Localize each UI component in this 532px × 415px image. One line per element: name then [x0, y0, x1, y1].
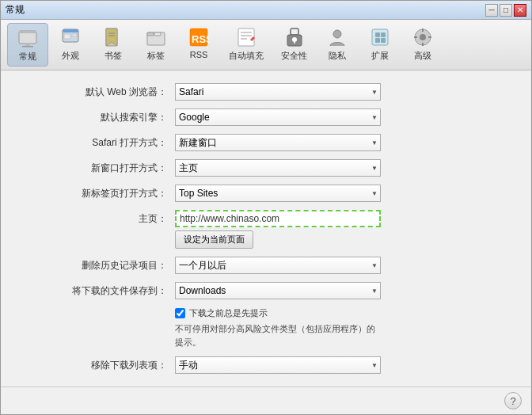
general-icon	[17, 27, 39, 49]
open-mode-select-container: 新建窗口	[175, 134, 381, 151]
prompt-checkbox[interactable]	[175, 308, 185, 318]
search-select[interactable]: Google	[175, 109, 381, 126]
homepage-section: 主页： 设定为当前页面	[17, 210, 515, 249]
svg-rect-34	[422, 43, 424, 46]
toolbar-item-advanced[interactable]: 高级	[402, 23, 443, 67]
newwin-select[interactable]: 主页	[175, 159, 381, 177]
remove-select[interactable]: 手动	[175, 356, 381, 374]
svg-rect-35	[414, 36, 417, 38]
homepage-right: 设定为当前页面	[175, 210, 515, 249]
search-row: 默认搜索引擎： Google	[17, 109, 515, 126]
footer: ?	[1, 386, 531, 414]
downloads-select-wrapper: Downloads	[175, 282, 381, 299]
toolbar-label-general: 常规	[19, 51, 36, 63]
remove-select-wrapper: 手动	[175, 356, 381, 374]
privacy-icon	[326, 26, 348, 48]
close-button[interactable]: ✕	[514, 4, 526, 17]
newtab-select-container: Top Sites	[175, 185, 381, 202]
toolbar-item-bookmarks[interactable]: 书签	[93, 23, 134, 67]
main-window: 常规 ─ □ ✕ 常规	[0, 0, 532, 415]
rss-icon: RSS	[188, 26, 210, 48]
svg-rect-27	[375, 32, 380, 37]
svg-rect-21	[291, 29, 298, 35]
downloads-select-container: Downloads	[175, 282, 381, 299]
prompt-checkbox-row: 下载之前总是先提示	[175, 307, 381, 319]
remove-row: 移除下载列表项： 手动	[17, 356, 515, 374]
svg-rect-3	[22, 46, 33, 48]
toolbar-item-extensions[interactable]: 扩展	[359, 23, 401, 67]
window-title: 常规	[6, 3, 25, 17]
svg-rect-17	[238, 29, 254, 46]
toolbar-item-autofill[interactable]: 自动填充	[221, 23, 272, 67]
bookmarks-icon	[102, 26, 124, 48]
open-mode-select-wrapper: 新建窗口	[175, 134, 381, 151]
svg-rect-36	[428, 36, 431, 38]
history-row: 删除历史记录项目： 一个月以后	[17, 257, 515, 274]
svg-rect-33	[422, 29, 424, 32]
toolbar-label-rss: RSS	[190, 50, 208, 59]
remove-select-container: 手动	[175, 356, 381, 374]
toolbar-label-security: 安全性	[281, 50, 307, 62]
extensions-icon	[369, 26, 391, 48]
newtab-label: 新标签页打开方式：	[17, 187, 175, 200]
toolbar-label-appearance: 外观	[62, 50, 79, 62]
browser-select-container: Safari	[175, 83, 381, 101]
homepage-input[interactable]	[175, 210, 381, 227]
settings-content: 默认 Web 浏览器： Safari 默认搜索引擎： Google	[1, 70, 531, 386]
checkbox-section: 下载之前总是先提示 不可停用对部分高风险文件类型（包括应用程序）的提示。	[17, 307, 515, 348]
homepage-label: 主页：	[17, 210, 175, 226]
newwin-select-wrapper: 主页	[175, 159, 381, 177]
search-label: 默认搜索引擎：	[17, 111, 175, 124]
svg-rect-29	[375, 38, 380, 43]
open-mode-select[interactable]: 新建窗口	[175, 134, 381, 151]
browser-select-wrapper: Safari	[175, 83, 381, 101]
download-note: 不可停用对部分高风险文件类型（包括应用程序）的提示。	[175, 322, 381, 348]
set-current-page-button[interactable]: 设定为当前页面	[175, 230, 253, 249]
downloads-select[interactable]: Downloads	[175, 282, 381, 299]
toolbar-item-tabs[interactable]: 标签	[135, 23, 177, 67]
svg-rect-7	[72, 34, 77, 36]
browser-label: 默认 Web 浏览器：	[17, 86, 175, 99]
toolbar-label-autofill: 自动填充	[229, 50, 264, 62]
newtab-select[interactable]: Top Sites	[175, 185, 381, 202]
prompt-checkbox-label[interactable]: 下载之前总是先提示	[189, 307, 268, 319]
checkbox-area: 下载之前总是先提示 不可停用对部分高风险文件类型（包括应用程序）的提示。	[175, 307, 381, 348]
toolbar-item-general[interactable]: 常规	[7, 23, 48, 67]
minimize-button[interactable]: ─	[485, 4, 498, 17]
toolbar-item-appearance[interactable]: 外观	[50, 23, 91, 67]
svg-rect-28	[381, 32, 386, 37]
toolbar-item-rss[interactable]: RSS RSS	[178, 23, 219, 67]
downloads-row: 将下载的文件保存到： Downloads	[17, 282, 515, 299]
toolbar: 常规 外观	[1, 20, 531, 70]
maximize-button[interactable]: □	[500, 4, 512, 17]
svg-rect-2	[25, 44, 30, 46]
toolbar-item-security[interactable]: 安全性	[273, 23, 315, 67]
svg-rect-14	[154, 32, 161, 36]
toolbar-label-tabs: 标签	[147, 50, 165, 62]
newwin-label: 新窗口打开方式：	[17, 162, 175, 175]
svg-point-25	[333, 30, 341, 38]
browser-select[interactable]: Safari	[175, 83, 381, 101]
newtab-select-wrapper: Top Sites	[175, 185, 381, 202]
svg-rect-26	[372, 29, 388, 45]
advanced-icon	[412, 26, 434, 48]
downloads-label: 将下载的文件保存到：	[17, 284, 175, 298]
help-button[interactable]: ?	[504, 392, 522, 409]
svg-point-32	[420, 34, 426, 40]
appearance-icon	[59, 26, 82, 48]
remove-label: 移除下载列表项：	[17, 359, 175, 372]
history-label: 删除历史记录项目：	[17, 259, 175, 272]
history-select[interactable]: 一个月以后	[175, 257, 381, 274]
newwin-row: 新窗口打开方式： 主页	[17, 159, 515, 177]
toolbar-item-privacy[interactable]: 隐私	[317, 23, 358, 67]
toolbar-label-extensions: 扩展	[371, 50, 389, 62]
toolbar-label-advanced: 高级	[414, 50, 431, 62]
search-select-container: Google	[175, 109, 381, 126]
svg-text:RSS: RSS	[192, 33, 209, 45]
browser-row: 默认 Web 浏览器： Safari	[17, 83, 515, 101]
toolbar-label-privacy: 隐私	[329, 50, 346, 62]
tabs-icon	[145, 26, 167, 48]
window-controls: ─ □ ✕	[485, 4, 526, 17]
history-select-wrapper: 一个月以后	[175, 257, 381, 274]
security-icon	[283, 26, 306, 48]
